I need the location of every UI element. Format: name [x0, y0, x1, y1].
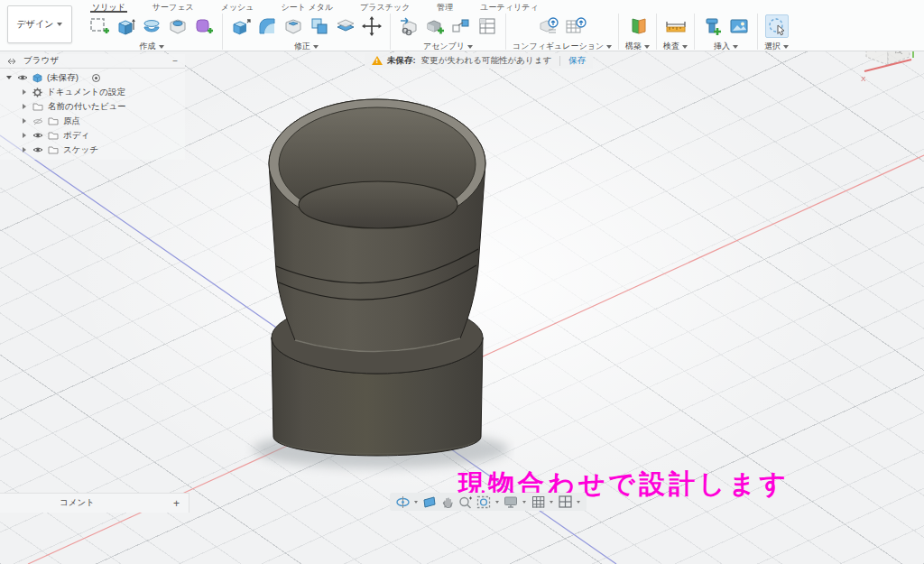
folder-icon [48, 131, 59, 140]
tab-sheet-metal[interactable]: シート メタル [280, 1, 336, 13]
grid-settings-icon[interactable] [530, 495, 546, 509]
tree-row-origin[interactable]: 原点 [0, 114, 185, 128]
chevron-down-icon [467, 45, 473, 49]
group-label-modify[interactable]: 修正 [294, 41, 319, 52]
chevron-down-icon[interactable] [414, 501, 418, 504]
tab-surface[interactable]: サーフェス [151, 1, 196, 13]
chevron-down-icon[interactable] [495, 501, 499, 504]
bom-button[interactable] [476, 14, 499, 38]
warning-separator [559, 56, 560, 66]
dock-panel-icon[interactable] [7, 58, 16, 65]
configure-table-button[interactable] [564, 14, 587, 38]
eye-hidden-icon[interactable] [32, 117, 43, 125]
browser-header[interactable]: ブラウザ − [0, 54, 185, 69]
chevron-down-icon [644, 45, 650, 49]
fillet-button[interactable] [255, 14, 279, 38]
chevron-down-icon [606, 45, 612, 49]
tree-row-named-views[interactable]: 名前の付いたビュー [0, 99, 185, 114]
group-label-configure[interactable]: コンフィギュレーション [513, 41, 612, 52]
zoom-icon[interactable] [457, 495, 474, 509]
eye-icon[interactable] [17, 74, 28, 81]
chevron-down-icon[interactable] [550, 501, 553, 504]
eye-icon[interactable] [32, 132, 43, 139]
tree-row-document-settings[interactable]: ドキュメントの設定 [0, 85, 185, 99]
look-at-icon[interactable] [421, 495, 438, 509]
insert-fastener-button[interactable] [701, 14, 725, 38]
chevron-down-icon[interactable] [577, 501, 580, 504]
group-label-insert[interactable]: 挿入 [714, 41, 738, 52]
chevron-down-icon [783, 45, 789, 49]
group-label-create[interactable]: 作成 [140, 41, 164, 52]
chevron-down-icon[interactable] [522, 501, 526, 504]
tree-label[interactable]: スケッチ [63, 144, 98, 156]
orbit-icon[interactable] [394, 495, 411, 509]
browser-tree: (未保存) ドキュメントの設定 名前の付いたビュー 原点 [0, 69, 185, 160]
tree-label[interactable]: ドキュメントの設定 [47, 87, 125, 98]
ribbon: 作成 修正 [83, 13, 793, 52]
fit-icon[interactable] [476, 495, 492, 509]
expand-arrow-icon[interactable] [23, 147, 26, 153]
tree-label[interactable]: 名前の付いたビュー [48, 101, 126, 113]
gear-icon [32, 88, 42, 97]
tab-solid[interactable]: ソリッド [90, 1, 127, 13]
inner-bore [299, 181, 457, 228]
extrude-button[interactable] [114, 14, 137, 38]
tree-row-bodies[interactable]: ボディ [0, 128, 185, 143]
chevron-down-icon [682, 45, 688, 49]
group-configure: コンフィギュレーション [508, 13, 616, 52]
expand-arrow-icon[interactable] [23, 89, 26, 95]
tree-label[interactable]: 原点 [63, 116, 80, 127]
minimize-panel-button[interactable]: − [172, 56, 178, 66]
tab-mesh[interactable]: メッシュ [219, 1, 256, 13]
warning-message: 変更が失われる可能性があります [421, 55, 552, 67]
group-construct: 構築 [621, 13, 654, 52]
pan-icon[interactable] [439, 495, 456, 509]
display-settings-icon[interactable] [503, 495, 519, 509]
tab-utilities[interactable]: ユーティリティ [478, 1, 540, 13]
workspace-switcher-button[interactable]: デザイン [7, 5, 72, 43]
eye-icon[interactable] [32, 146, 43, 153]
chevron-down-icon [313, 45, 319, 49]
navigation-toolbar [390, 493, 587, 511]
model-body[interactable] [244, 90, 514, 478]
tab-plastic[interactable]: プラスチック [358, 1, 411, 13]
tab-manage[interactable]: 管理 [435, 1, 455, 13]
insert-derive-button[interactable] [397, 14, 420, 38]
tree-row-document[interactable]: (未保存) [0, 70, 185, 85]
folder-icon [48, 116, 59, 125]
hole-button[interactable] [166, 14, 189, 38]
save-link[interactable]: 保存 [568, 55, 586, 67]
joint-button[interactable] [449, 14, 473, 38]
activate-component-radio[interactable] [92, 74, 100, 82]
group-label-assemble[interactable]: アセンブリ [423, 41, 473, 52]
configure-part-button[interactable] [538, 14, 561, 38]
press-pull-button[interactable] [229, 14, 253, 38]
group-label-construct[interactable]: 構築 [625, 41, 650, 52]
tree-label[interactable]: (未保存) [47, 72, 79, 84]
offset-face-button[interactable] [334, 14, 357, 38]
expand-arrow-icon[interactable] [23, 118, 26, 124]
expand-arrow-icon[interactable] [23, 133, 26, 138]
revolve-button[interactable] [140, 14, 163, 38]
select-button[interactable] [765, 14, 789, 38]
expand-arrow-icon[interactable] [6, 76, 12, 79]
fusion360-window: 現物合わせで設計します 未保存: 変更が失われる可能性があります 保存 ブラウザ… [0, 0, 924, 564]
create-sketch-button[interactable] [88, 14, 111, 38]
move-button[interactable] [360, 14, 383, 38]
comments-panel[interactable]: コメント + [0, 493, 189, 513]
group-label-inspect[interactable]: 検査 [663, 41, 688, 52]
chevron-down-icon [159, 45, 164, 49]
viewports-icon[interactable] [557, 495, 573, 509]
new-component-button[interactable] [423, 14, 447, 38]
tree-label[interactable]: ボディ [63, 130, 89, 142]
group-label-select[interactable]: 選択 [764, 41, 789, 52]
construction-plane-button[interactable] [626, 14, 650, 38]
create-form-button[interactable] [192, 14, 216, 38]
insert-canvas-button[interactable] [727, 14, 751, 38]
combine-button[interactable] [308, 14, 331, 38]
tree-row-sketches[interactable]: スケッチ [0, 143, 185, 157]
shell-button[interactable] [282, 14, 305, 38]
measure-button[interactable] [664, 14, 688, 38]
expand-arrow-icon[interactable] [23, 104, 26, 109]
add-comment-button[interactable]: + [173, 497, 180, 510]
